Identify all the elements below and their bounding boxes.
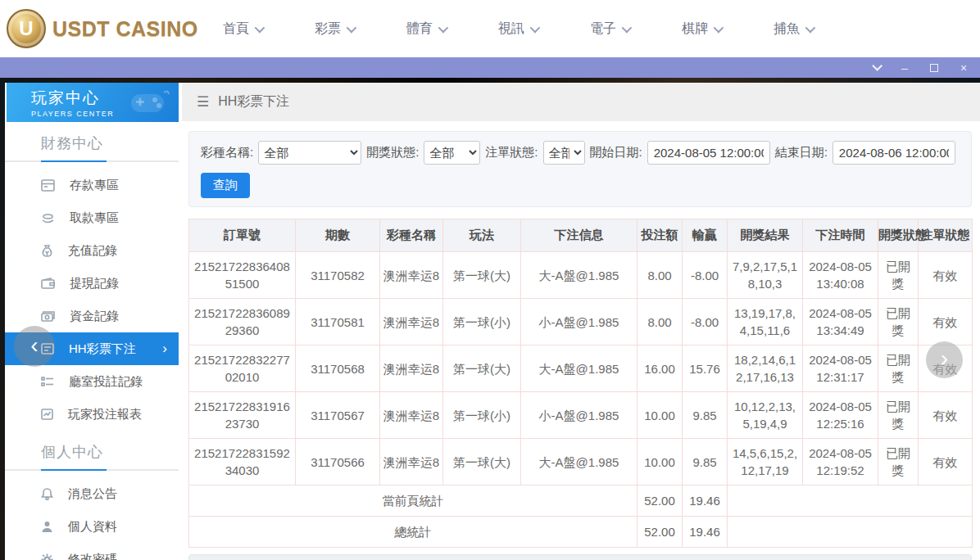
money-bag-icon	[41, 245, 53, 257]
main-nav: 首頁 彩票 體育 視訊 電子 棋牌	[223, 20, 813, 38]
page-total-row: 當前頁統計 52.00 19.46	[189, 485, 973, 517]
cell-period: 31170567	[296, 392, 380, 439]
cell-bet-amount: 16.00	[637, 345, 683, 392]
cell-bet-amount: 8.00	[637, 252, 683, 299]
sidebar-item-label: 修改密碼	[68, 552, 117, 560]
col-draw-result: 開獎結果	[728, 219, 803, 252]
table-row: 2152172283640851500 31170582 澳洲幸运8 第一球(大…	[189, 252, 973, 299]
nav-label: 捕魚	[774, 20, 800, 38]
cell-order-no: 2152172283640851500	[189, 252, 296, 299]
nav-item-sports[interactable]: 體育	[406, 20, 446, 38]
close-icon[interactable]: ×	[957, 61, 970, 75]
hamburger-icon[interactable]: ☰	[197, 93, 209, 111]
sidebar-item-change-password[interactable]: 修改密碼	[5, 543, 179, 560]
sidebar-item-withdraw-record[interactable]: 提現記錄	[5, 267, 179, 300]
cell-bet-amount: 10.00	[637, 439, 683, 485]
report-chart-icon	[41, 409, 53, 420]
col-bet-time: 下注時間	[803, 219, 878, 252]
grand-total-empty	[728, 517, 973, 548]
gear-icon	[41, 553, 53, 560]
section-underline	[5, 469, 179, 471]
grand-total-row: 總統計 52.00 19.46	[189, 517, 973, 548]
query-button[interactable]: 查詢	[201, 173, 250, 198]
sidebar-item-bet-report[interactable]: 玩家投注報表	[5, 398, 179, 431]
sidebar-item-label: 廳室投註記錄	[69, 374, 143, 390]
table-row: 2152172283159234030 31170566 澳洲幸运8 第一球(大…	[189, 439, 973, 485]
start-date-label: 開始日期:	[590, 145, 642, 160]
cell-draw-status: 已開獎	[878, 252, 919, 299]
sidebar-item-label: HH彩票下注	[69, 341, 136, 357]
breadcrumb: ☰ HH彩票下注	[182, 83, 980, 121]
draw-status-select[interactable]: 全部	[424, 141, 480, 165]
start-date-input[interactable]	[647, 141, 770, 165]
players-center-header: 玩家中心 PLAYERS CENTER	[7, 83, 179, 122]
cell-bet-info: 大-A盤@1.985	[521, 345, 637, 392]
nav-item-home[interactable]: 首頁	[223, 20, 262, 38]
page-total-winloss: 19.46	[683, 485, 728, 517]
cell-play-type: 第一球(大)	[443, 252, 521, 299]
cell-order-status: 有效	[919, 439, 973, 485]
nav-item-lottery[interactable]: 彩票	[315, 20, 354, 38]
section-underline	[5, 160, 179, 162]
sidebar-item-announcements[interactable]: 消息公告	[5, 477, 179, 510]
nav-item-electronic[interactable]: 電子	[590, 20, 629, 38]
cell-bet-time: 2024-08-05 12:25:16	[803, 392, 878, 439]
cell-bet-time: 2024-08-05 12:19:52	[803, 439, 878, 485]
grand-total-label: 總統計	[189, 517, 637, 548]
chevron-down-icon	[347, 22, 357, 33]
deposit-icon	[41, 179, 55, 192]
cell-winloss: -8.00	[683, 299, 728, 345]
nav-item-chess[interactable]: 棋牌	[682, 20, 721, 38]
nav-label: 棋牌	[682, 20, 708, 38]
sidebar-item-label: 消息公告	[68, 486, 117, 502]
table-row: 2152172283191623730 31170567 澳洲幸运8 第一球(小…	[189, 392, 973, 439]
collapse-sidebar-arrow-button[interactable]: ‹	[14, 326, 55, 367]
maximize-icon[interactable]	[928, 61, 941, 75]
col-play-type: 玩法	[443, 219, 521, 252]
brand-name: USDT CASINO	[52, 17, 198, 41]
window-titlebar: – ×	[0, 57, 980, 78]
chevron-down-icon	[805, 22, 816, 33]
arrow-right-icon: ›	[941, 347, 948, 370]
cell-order-no: 2152172283159234030	[189, 439, 296, 485]
end-date-input[interactable]	[833, 141, 955, 165]
cell-period: 31170581	[296, 299, 380, 345]
sidebar-item-label: 個人資料	[68, 519, 117, 535]
list-icon	[41, 376, 54, 387]
page-total-label: 當前頁統計	[189, 485, 637, 517]
sidebar-item-withdraw[interactable]: 取款專區	[5, 201, 179, 234]
nav-item-fishing[interactable]: 捕魚	[774, 20, 813, 38]
chevron-down-icon	[255, 22, 265, 33]
cell-play-type: 第一球(大)	[443, 345, 521, 392]
nav-item-video[interactable]: 視訊	[498, 20, 538, 38]
cell-winloss: 9.85	[683, 392, 728, 439]
cell-draw-result: 10,12,2,13,5,19,4,9	[728, 392, 803, 439]
col-order-no: 訂單號	[189, 219, 296, 252]
cell-draw-result: 18,2,14,6,12,17,16,13	[728, 345, 803, 392]
table-row: 2152172283608929360 31170581 澳洲幸运8 第一球(小…	[189, 299, 973, 345]
nav-label: 首頁	[223, 20, 249, 38]
finance-section-title: 財務中心	[5, 133, 179, 153]
filter-panel: 彩種名稱: 全部 開獎狀態: 全部 注單狀態: 全部 開始日期: 結束日期: 查…	[188, 131, 972, 207]
order-status-select[interactable]: 全部	[543, 141, 585, 165]
gamepad-icon	[128, 88, 170, 117]
collapse-icon[interactable]	[869, 61, 882, 75]
sidebar-item-room-bet-record[interactable]: 廳室投註記錄	[5, 365, 179, 398]
col-bet-info: 下注信息	[521, 219, 637, 252]
personal-section-title: 個人中心	[5, 442, 179, 462]
cell-order-no: 2152172283191623730	[189, 392, 296, 439]
cell-bet-info: 大-A盤@1.985	[521, 252, 637, 299]
main-content: ☰ HH彩票下注 彩種名稱: 全部 開獎狀態: 全部 注單狀態: 全部 開始日期…	[182, 83, 980, 560]
sidebar-item-profile[interactable]: 個人資料	[5, 510, 179, 543]
order-status-label: 注單狀態:	[485, 145, 538, 160]
cell-lottery-name: 澳洲幸运8	[380, 252, 443, 299]
arrow-left-icon: ‹	[30, 334, 38, 357]
pagination-panel	[188, 554, 972, 560]
bell-icon	[41, 488, 53, 500]
cell-period: 31170568	[296, 345, 380, 392]
next-arrow-button[interactable]: ›	[926, 341, 963, 378]
sidebar-item-recharge-record[interactable]: 充值記錄	[5, 234, 179, 267]
minimize-icon[interactable]: –	[898, 61, 911, 75]
lottery-name-select[interactable]: 全部	[258, 141, 361, 165]
sidebar-item-deposit[interactable]: 存款專區	[5, 169, 179, 201]
